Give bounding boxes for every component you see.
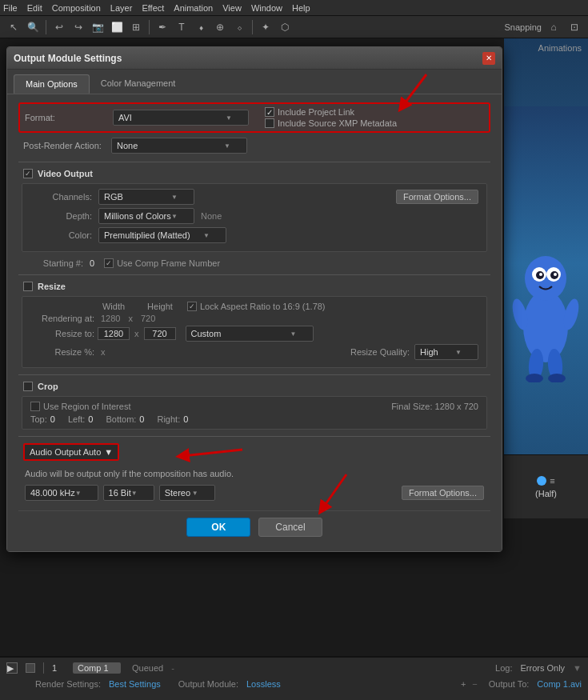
use-comp-frame-checkbox[interactable]: ✓ [104,258,114,268]
format-dropdown-arrow: ▼ [226,114,232,122]
audio-info: Audio will be output only if the composi… [18,467,490,483]
button-row: OK Cancel [18,510,490,543]
crop-checkbox[interactable] [23,382,33,391]
resize-to-h-input[interactable] [144,327,176,340]
include-project-link-checkbox[interactable]: ✓ [265,107,274,117]
tool-pin[interactable]: ✦ [257,18,274,36]
dialog-close-button[interactable]: ✕ [482,52,495,65]
tool-redo[interactable]: ↪ [70,18,87,36]
menu-effect[interactable]: Effect [142,3,164,13]
log-dropdown-arrow[interactable]: ▼ [573,663,582,673]
custom-dropdown[interactable]: Custom ▼ [186,326,314,342]
render-row-2: Render Settings: Best Settings Output Mo… [6,677,582,691]
width-header: Width [98,302,130,311]
video-output-checkbox[interactable]: ✓ [23,169,33,178]
depth-dropdown[interactable]: Millions of Colors ▼ [98,208,194,224]
channels-row: Channels: RGB ▼ Format Options... [30,189,478,205]
include-xmp-label: Include Source XMP Metadata [278,118,397,128]
format-options-button[interactable]: Format Options... [396,190,478,204]
quality-dropdown[interactable]: High ▼ [414,344,478,360]
color-dot [537,476,546,486]
menu-help[interactable]: Help [292,3,310,13]
output-to-value[interactable]: Comp 1.avi [537,679,582,689]
depth-label: Depth: [30,211,98,221]
output-module-value[interactable]: Lossless [246,679,281,689]
rendering-at-row: Rendering at: 1280 x 720 [30,314,478,323]
crop-header: Crop [18,382,490,391]
render-checkbox-1[interactable] [26,663,35,673]
starting-label: Starting #: [22,258,90,268]
tool-eraser[interactable]: ⬦ [230,18,248,36]
format-dropdown[interactable]: AVI ▼ [113,110,249,126]
resize-to-w-input[interactable] [98,327,130,340]
depth-row: Depth: Millions of Colors ▼ None [30,208,478,224]
color-dropdown[interactable]: Premultiplied (Matted) ▼ [98,227,226,243]
log-label: Log: [495,663,512,673]
tool-arrow[interactable]: ↖ [5,18,22,36]
sample-rate-dropdown[interactable]: 48.000 kHz ▼ [25,485,98,501]
final-size-label: Final Size: 1280 x 720 [391,402,478,411]
channels-arrow: ▼ [171,194,178,201]
tool-paint[interactable]: ⬧ [192,18,210,36]
channels-value: Stereo [165,488,190,498]
tool-undo[interactable]: ↩ [50,18,68,36]
svg-line-15 [182,450,242,456]
resize-checkbox[interactable] [23,282,33,291]
channels-dropdown[interactable]: Stereo ▼ [159,485,215,501]
toolbar: ↖ 🔍 ↩ ↪ 📷 ⬜ ⊞ ✒ T ⬧ ⊕ ⬦ ✦ ⬡ Snapping ⌂ ⊡ [0,16,588,38]
starting-value: 0 [90,258,104,268]
ok-button[interactable]: OK [186,518,250,537]
menu-layer[interactable]: Layer [110,3,133,13]
menu-edit[interactable]: Edit [27,3,42,13]
audio-output-dropdown[interactable]: Audio Output Auto ▼ [23,443,119,461]
tool-clone[interactable]: ⊕ [211,18,229,36]
rendering-h: 720 [138,314,158,323]
tool-grid[interactable]: ⊞ [127,18,145,36]
tool-frame[interactable]: ⬜ [108,18,126,36]
rendering-label: Rendering at: [30,314,94,323]
top-row: Top: 0 [30,414,55,424]
rendering-w: 1280 [98,314,123,323]
red-arrow-ok [298,470,362,518]
audio-format-options-btn[interactable]: Format Options... [402,486,484,500]
resize-to-row: Resize to: x Custom ▼ [30,326,478,342]
use-roi-checkbox[interactable] [30,402,40,411]
render-bar: ▶ 1 Comp 1 Queued - Log: Errors Only ▼ R… [0,656,588,700]
lock-aspect-checkbox[interactable]: ✓ [187,302,197,311]
cancel-button[interactable]: Cancel [258,518,322,537]
output-to-plus: + [461,679,466,689]
audio-dropdown-arrow: ▼ [104,447,113,457]
channels-dropdown[interactable]: RGB ▼ [98,189,194,205]
tool-shape[interactable]: ⬡ [276,18,294,36]
post-render-value: None [117,141,138,150]
bit-depth-dropdown[interactable]: 16 Bit ▼ [103,485,154,501]
include-xmp-checkbox[interactable] [265,118,274,128]
menu-view[interactable]: View [222,3,242,13]
tool-pen[interactable]: ✒ [154,18,171,36]
tab-main-options[interactable]: Main Options [14,74,90,94]
tab-color-management[interactable]: Color Management [90,74,187,94]
bit-depth-value: 16 Bit [109,488,131,498]
snapping-label: Snapping [505,22,542,32]
menu-window[interactable]: Window [251,3,282,13]
tool-search[interactable]: 🔍 [24,18,42,36]
svg-point-1 [525,256,566,301]
video-output-title: Video Output [38,169,93,178]
right-row: Right: 0 [157,414,188,424]
use-roi-label: Use Region of Interest [43,402,130,411]
menu-file[interactable]: File [3,3,18,13]
right-label: Right: [157,414,180,424]
animations-label: Animations [538,43,582,53]
tool-text[interactable]: T [173,18,190,36]
audio-container: Audio Output Auto ▼ [18,442,490,462]
render-settings-value[interactable]: Best Settings [109,679,161,689]
button-area-container: OK Cancel [18,510,490,543]
post-render-dropdown[interactable]: None ▼ [111,138,247,154]
expand-arrow[interactable]: ▶ [6,662,18,674]
expand-btn[interactable]: ⊡ [566,18,583,36]
menu-composition[interactable]: Composition [52,3,101,13]
menu-animation[interactable]: Animation [174,3,213,13]
snapping-btn[interactable]: ⌂ [545,18,562,36]
dash: - [171,663,174,673]
tool-camera[interactable]: 📷 [89,18,106,36]
